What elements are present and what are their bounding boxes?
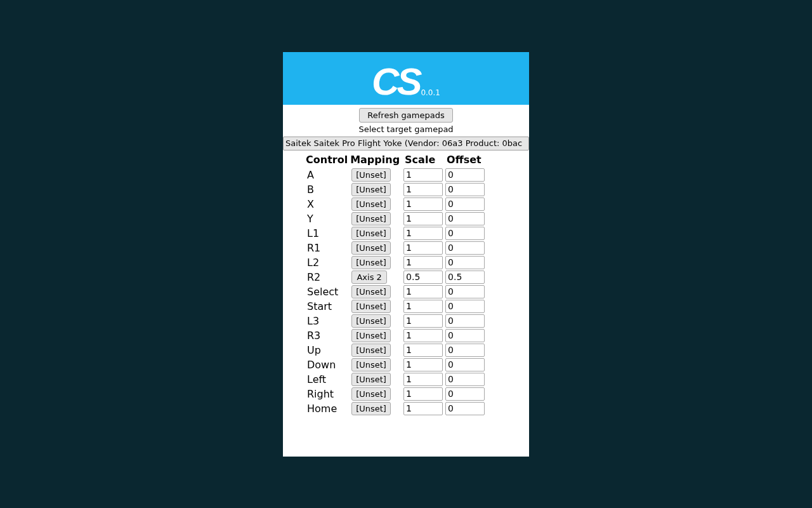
- control-label: Home: [306, 401, 350, 416]
- app-panel: CS 0.0.1 Refresh gamepads Select target …: [283, 52, 529, 457]
- mapping-table: Control Mapping Scale Offset A[Unset]B[U…: [306, 153, 486, 416]
- mapping-button[interactable]: [Unset]: [351, 256, 391, 269]
- offset-input[interactable]: [445, 227, 485, 240]
- col-mapping: Mapping: [350, 153, 402, 168]
- scale-input[interactable]: [403, 212, 443, 225]
- col-control: Control: [306, 153, 350, 168]
- offset-input[interactable]: [445, 344, 485, 357]
- mapping-button[interactable]: Axis 2: [351, 271, 387, 284]
- mapping-button[interactable]: [Unset]: [351, 402, 391, 415]
- control-label: R3: [306, 328, 350, 343]
- table-header-row: Control Mapping Scale Offset: [306, 153, 486, 168]
- table-row: Start[Unset]: [306, 299, 486, 314]
- mapping-button[interactable]: [Unset]: [351, 227, 391, 240]
- table-row: B[Unset]: [306, 182, 486, 197]
- toolbar: Refresh gamepads: [283, 105, 529, 123]
- control-label: L3: [306, 314, 350, 328]
- offset-input[interactable]: [445, 402, 485, 415]
- app-banner: CS 0.0.1: [283, 52, 529, 105]
- offset-input[interactable]: [445, 271, 485, 284]
- control-label: R1: [306, 241, 350, 255]
- col-offset: Offset: [444, 153, 486, 168]
- offset-input[interactable]: [445, 300, 485, 313]
- col-scale: Scale: [402, 153, 444, 168]
- offset-input[interactable]: [445, 387, 485, 401]
- logo-wrap: CS 0.0.1: [372, 63, 440, 101]
- table-row: R2Axis 2: [306, 270, 486, 284]
- table-row: L1[Unset]: [306, 226, 486, 241]
- control-label: Start: [306, 299, 350, 314]
- mapping-button[interactable]: [Unset]: [351, 285, 391, 298]
- control-label: Down: [306, 358, 350, 372]
- logo-icon: CS: [372, 63, 419, 101]
- control-label: L2: [306, 255, 350, 270]
- scale-input[interactable]: [403, 241, 443, 255]
- offset-input[interactable]: [445, 256, 485, 269]
- offset-input[interactable]: [445, 314, 485, 328]
- table-row: Right[Unset]: [306, 387, 486, 401]
- table-row: A[Unset]: [306, 168, 486, 182]
- mapping-button[interactable]: [Unset]: [351, 168, 391, 182]
- table-row: Up[Unset]: [306, 343, 486, 358]
- control-label: B: [306, 182, 350, 197]
- control-label: Right: [306, 387, 350, 401]
- scale-input[interactable]: [403, 227, 443, 240]
- mapping-button[interactable]: [Unset]: [351, 373, 391, 386]
- mapping-button[interactable]: [Unset]: [351, 387, 391, 401]
- scale-input[interactable]: [403, 402, 443, 415]
- scale-input[interactable]: [403, 197, 443, 211]
- mapping-button[interactable]: [Unset]: [351, 197, 391, 211]
- scale-input[interactable]: [403, 300, 443, 313]
- scale-input[interactable]: [403, 168, 443, 182]
- offset-input[interactable]: [445, 212, 485, 225]
- scale-input[interactable]: [403, 329, 443, 342]
- scale-input[interactable]: [403, 344, 443, 357]
- mapping-button[interactable]: [Unset]: [351, 329, 391, 342]
- mapping-button[interactable]: [Unset]: [351, 344, 391, 357]
- table-row: Left[Unset]: [306, 372, 486, 387]
- offset-input[interactable]: [445, 168, 485, 182]
- control-label: Left: [306, 372, 350, 387]
- scale-input[interactable]: [403, 387, 443, 401]
- gamepad-select[interactable]: Saitek Saitek Pro Flight Yoke (Vendor: 0…: [283, 137, 529, 150]
- scale-input[interactable]: [403, 285, 443, 298]
- offset-input[interactable]: [445, 358, 485, 371]
- offset-input[interactable]: [445, 183, 485, 196]
- control-label: R2: [306, 270, 350, 284]
- app-version: 0.0.1: [421, 88, 440, 97]
- scale-input[interactable]: [403, 271, 443, 284]
- table-row: Down[Unset]: [306, 358, 486, 372]
- scale-input[interactable]: [403, 256, 443, 269]
- scale-input[interactable]: [403, 314, 443, 328]
- control-label: Select: [306, 284, 350, 299]
- table-row: X[Unset]: [306, 197, 486, 211]
- offset-input[interactable]: [445, 329, 485, 342]
- table-row: Select[Unset]: [306, 284, 486, 299]
- control-label: L1: [306, 226, 350, 241]
- table-row: R1[Unset]: [306, 241, 486, 255]
- control-label: X: [306, 197, 350, 211]
- mapping-button[interactable]: [Unset]: [351, 241, 391, 255]
- mapping-button[interactable]: [Unset]: [351, 314, 391, 328]
- table-row: L3[Unset]: [306, 314, 486, 328]
- mapping-button[interactable]: [Unset]: [351, 300, 391, 313]
- table-row: Y[Unset]: [306, 211, 486, 226]
- offset-input[interactable]: [445, 373, 485, 386]
- refresh-gamepads-button[interactable]: Refresh gamepads: [359, 108, 452, 123]
- table-row: Home[Unset]: [306, 401, 486, 416]
- table-row: L2[Unset]: [306, 255, 486, 270]
- control-label: A: [306, 168, 350, 182]
- scale-input[interactable]: [403, 358, 443, 371]
- control-label: Y: [306, 211, 350, 226]
- mapping-button[interactable]: [Unset]: [351, 183, 391, 196]
- table-row: R3[Unset]: [306, 328, 486, 343]
- control-label: Up: [306, 343, 350, 358]
- scale-input[interactable]: [403, 373, 443, 386]
- select-gamepad-hint: Select target gamepad: [283, 123, 529, 137]
- offset-input[interactable]: [445, 285, 485, 298]
- mapping-button[interactable]: [Unset]: [351, 358, 391, 371]
- mapping-button[interactable]: [Unset]: [351, 212, 391, 225]
- offset-input[interactable]: [445, 197, 485, 211]
- scale-input[interactable]: [403, 183, 443, 196]
- offset-input[interactable]: [445, 241, 485, 255]
